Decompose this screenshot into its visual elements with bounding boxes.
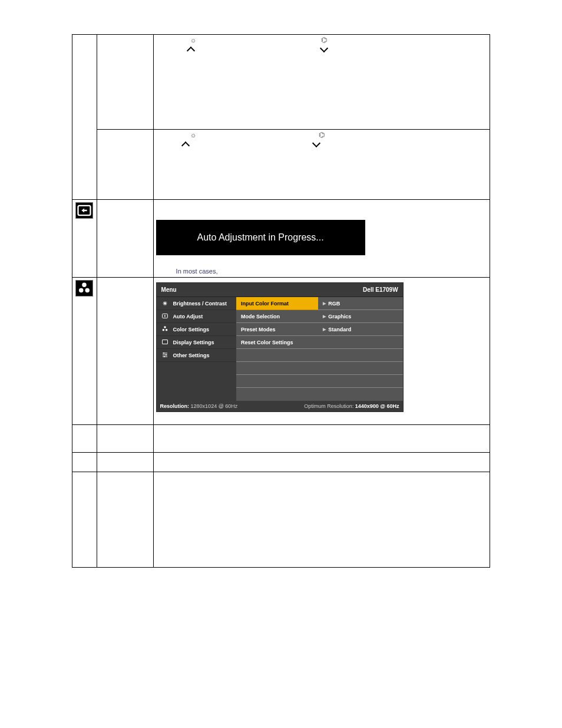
osd-left-label: Brightness / Contrast [173,301,227,307]
osd-body: ☀ Brightness / Contrast Auto Adjust [157,297,403,401]
cell-label-color [97,278,153,425]
osd-menu: Menu Dell E1709W ☀ Brightness / Contrast [156,282,404,412]
cell-label-auto [97,200,153,278]
osd-right-label: RGB [328,301,340,307]
cell-icon-blank [72,453,97,472]
osd-model: Dell E1709W [363,286,398,293]
osd-mid-label: Preset Modes [241,327,276,332]
osd-right-blank [318,388,402,401]
auto-adjust-banner: Auto Adjustment in Progress... [156,220,365,255]
osd-footer-right: Optimum Resolution: 1440x900 @ 60Hz [304,403,399,409]
auto-note: In most cases, [176,268,218,275]
svg-marker-6 [164,315,166,317]
camera-icon: ⌬ [319,131,325,139]
cell-icon-blank [72,425,97,453]
osd-mid-blank [236,349,318,362]
osd-left-panel: ☀ Brightness / Contrast Auto Adjust [157,297,236,401]
cell-label-2 [97,130,153,200]
brightness-icon: ☀ [160,301,170,307]
svg-point-14 [163,353,164,354]
osd-right-label: Graphics [328,314,351,319]
svg-rect-10 [162,340,167,344]
osd-right-blank [318,375,402,388]
osd-left-other[interactable]: Other Settings [157,349,236,362]
osd-left-label: Color Settings [173,327,210,332]
osd-left-spacer [157,362,236,401]
color-settings-icon [75,280,93,297]
osd-footer: Resolution: 1280x1024 @ 60Hz Optimum Res… [157,401,403,411]
cell-content-2: ☼ ⌬ [153,130,490,200]
osd-right-rgb[interactable]: RGB [318,297,402,310]
chevron-down-icon [321,47,329,52]
cell-label-1 [97,35,153,130]
osd-left-autoadjust[interactable]: Auto Adjust [157,310,236,323]
osd-mid-blank [236,388,318,401]
cell-content-blank [153,425,490,453]
auto-adjust-icon [75,202,93,219]
chevron-up-icon [188,47,196,52]
chevron-up-icon [183,141,191,147]
cell-content-auto: Auto Adjustment in Progress... In most c… [153,200,490,278]
svg-point-7 [164,326,166,328]
svg-point-2 [82,282,87,286]
osd-footer-right-label: Optimum Resolution: [304,403,353,409]
sun-icon: ☼ [190,36,197,44]
svg-marker-1 [82,209,87,213]
osd-mid-label: Input Color Format [241,301,289,307]
osd-left-color[interactable]: Color Settings [157,323,236,336]
auto-adjust-text: Auto Adjustment in Progress... [197,232,323,243]
osd-mid-preset[interactable]: Preset Modes [236,323,318,336]
cell-label-blank [97,453,153,472]
osd-footer-left: Resolution: 1280x1024 @ 60Hz [160,403,238,409]
osd-mid-blank [236,375,318,388]
svg-point-16 [164,356,165,357]
cell-content-blank [153,472,490,568]
svg-point-15 [166,354,167,355]
osd-right-blank [318,349,402,362]
osd-left-label: Other Settings [173,353,210,358]
osd-mid-label: Reset Color Settings [241,340,293,345]
osd-left-brightness[interactable]: ☀ Brightness / Contrast [157,297,236,310]
osd-right-standard[interactable]: Standard [318,323,402,336]
osd-mid-input-color[interactable]: Input Color Format [236,297,318,310]
osd-left-label: Auto Adjust [173,314,203,319]
cell-icon-color [72,278,97,425]
cell-content-blank [153,453,490,472]
osd-mid-mode[interactable]: Mode Selection [236,310,318,323]
cell-label-blank [97,472,153,568]
osd-footer-right-value: 1440x900 @ 60Hz [355,403,399,409]
camera-icon: ⌬ [321,36,327,44]
color-icon [160,325,170,334]
cell-icon-blank [72,472,97,568]
osd-right-label: Standard [328,327,351,332]
osd-right-blank [318,336,402,349]
svg-point-9 [165,329,167,331]
osd-right-blank [318,362,402,375]
svg-point-4 [85,288,90,292]
osd-footer-left-value: 1280x1024 @ 60Hz [191,403,238,409]
display-icon [160,338,170,347]
auto-icon [160,312,170,321]
osd-mid-reset[interactable]: Reset Color Settings [236,336,318,349]
chevron-down-icon [313,141,322,147]
cell-content-1: ☼ ⌬ [153,35,490,130]
osd-mid-panel: Input Color Format Mode Selection Preset… [236,297,318,401]
page: ☼ ⌬ ☼ ⌬ Auto [0,34,562,728]
osd-right-graphics[interactable]: Graphics [318,310,402,323]
cell-content-color: Menu Dell E1709W ☀ Brightness / Contrast [153,278,490,425]
cell-label-blank [97,425,153,453]
osd-left-label: Display Settings [173,340,214,345]
osd-menu-label: Menu [161,286,177,293]
osd-header: Menu Dell E1709W [157,283,403,297]
sliders-icon [160,351,170,360]
svg-point-8 [162,329,164,331]
osd-left-display[interactable]: Display Settings [157,336,236,349]
cell-icon-auto [72,200,97,278]
osd-right-panel: RGB Graphics Standard [318,297,402,401]
cell-icon-blank [72,35,97,200]
osd-mid-label: Mode Selection [241,314,280,319]
spec-table: ☼ ⌬ ☼ ⌬ Auto [72,34,490,568]
sun-icon: ☼ [190,131,197,139]
osd-mid-blank [236,362,318,375]
svg-point-3 [79,288,83,292]
